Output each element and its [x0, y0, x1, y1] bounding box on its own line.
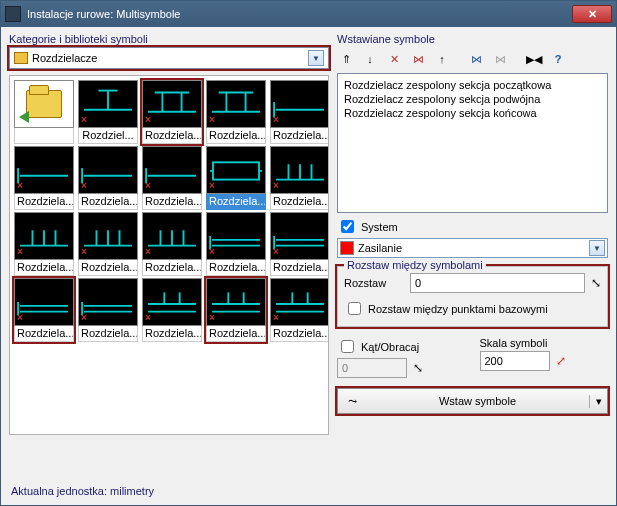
symbol-cell[interactable]: ×Rozdziela... — [206, 80, 266, 144]
symbol-thumb: × — [78, 212, 138, 260]
flip-h-icon[interactable]: ⋈ — [467, 50, 485, 68]
insert-icon: ⤳ — [338, 395, 366, 408]
symbol-caption: Rozdziela... — [14, 194, 74, 210]
category-combo[interactable]: Rozdzielacze ▼ — [9, 47, 329, 69]
symbol-cell[interactable]: ×Rozdziela... — [206, 146, 266, 210]
symbol-cell[interactable]: ×Rozdziela... — [78, 146, 138, 210]
symbol-grid: ×Rozdziel...×Rozdziela...×Rozdziela...×R… — [9, 75, 329, 435]
spacing-input[interactable] — [410, 273, 585, 293]
footer: Aktualna jednostka: milimetry — [1, 481, 616, 505]
pin-icon[interactable]: ▶◀ — [525, 50, 543, 68]
list-item[interactable]: Rozdzielacz zespolony sekcja podwójna — [344, 92, 601, 106]
symbol-cell[interactable] — [14, 80, 74, 144]
symbol-thumb: × — [14, 212, 74, 260]
symbol-cell[interactable]: ×Rozdziela... — [142, 278, 202, 342]
symbol-caption: Rozdziela... — [142, 260, 202, 276]
help-icon[interactable]: ? — [549, 50, 567, 68]
symbol-thumb: × — [270, 212, 329, 260]
symbol-cell[interactable]: ×Rozdziela... — [14, 212, 74, 276]
content: Kategorie i biblioteki symboli Rozdziela… — [1, 27, 616, 481]
right-pane: Wstawiane symbole ⇑ ↓ ✕ ⋈ ↑ ⋈ ⋈ ▶◀ ? Roz… — [337, 33, 608, 477]
symbol-cell[interactable]: ×Rozdziela... — [14, 278, 74, 342]
symbol-cell[interactable]: ×Rozdziel... — [78, 80, 138, 144]
delete-all-icon[interactable]: ⋈ — [409, 50, 427, 68]
angle-col: Kąt/Obracaj ⤡ — [337, 337, 466, 378]
symbol-cell[interactable]: ×Rozdziela... — [142, 146, 202, 210]
pick-point-icon[interactable]: ⤡ — [591, 276, 601, 290]
symbol-cell[interactable]: ×Rozdziela... — [78, 212, 138, 276]
symbol-thumb: × — [78, 278, 138, 326]
symbol-thumb: × — [78, 80, 138, 128]
left-pane: Kategorie i biblioteki symboli Rozdziela… — [9, 33, 329, 477]
symbol-cell[interactable]: ×Rozdziela... — [270, 278, 329, 342]
symbol-caption — [14, 128, 74, 144]
system-checkbox[interactable] — [341, 220, 354, 233]
symbol-cell[interactable]: ×Rozdziela... — [270, 146, 329, 210]
symbol-caption: Rozdziela... — [142, 194, 202, 210]
move-down-icon[interactable]: ↓ — [361, 50, 379, 68]
scale-input[interactable] — [480, 351, 550, 371]
move-up-icon[interactable]: ↑ — [433, 50, 451, 68]
spacing-base-checkbox[interactable] — [348, 302, 361, 315]
chevron-down-icon[interactable]: ▼ — [589, 240, 605, 256]
system-checkbox-row: System — [337, 217, 608, 236]
system-label: System — [361, 221, 398, 233]
symbol-cell[interactable]: ×Rozdziela... — [270, 80, 329, 144]
symbol-thumb: × — [142, 80, 202, 128]
sequence-list[interactable]: Rozdzielacz zespolony sekcja początkowaR… — [337, 73, 608, 213]
symbol-cell[interactable]: ×Rozdziela... — [270, 212, 329, 276]
delete-icon[interactable]: ✕ — [385, 50, 403, 68]
spacing-row: Rozstaw ⤡ — [344, 273, 601, 293]
symbol-cell[interactable]: ×Rozdziela... — [142, 212, 202, 276]
symbol-caption: Rozdziela... — [206, 260, 266, 276]
symbol-caption: Rozdziela... — [142, 128, 202, 144]
symbol-caption: Rozdziela... — [270, 128, 329, 144]
app-icon — [5, 6, 21, 22]
move-top-icon[interactable]: ⇑ — [337, 50, 355, 68]
symbol-caption: Rozdziela... — [78, 326, 138, 342]
symbol-cell[interactable]: ×Rozdziela... — [206, 212, 266, 276]
symbol-caption: Rozdziela... — [270, 194, 329, 210]
symbol-cell[interactable]: ×Rozdziela... — [78, 278, 138, 342]
units-label: Aktualna jednostka: milimetry — [11, 485, 154, 497]
spacing-base-label: Rozstaw między punktami bazowymi — [368, 303, 548, 315]
insert-button[interactable]: ⤳ Wstaw symbole ▾ — [337, 388, 608, 414]
symbol-thumb: × — [14, 146, 74, 194]
angle-scale-row: Kąt/Obracaj ⤡ Skala symboli ⤢ — [337, 337, 608, 378]
symbol-thumb: × — [142, 212, 202, 260]
symbol-thumb: × — [270, 80, 329, 128]
pick-scale-icon[interactable]: ⤢ — [556, 354, 566, 368]
symbol-caption: Rozdziela... — [270, 260, 329, 276]
angle-label: Kąt/Obracaj — [361, 341, 419, 353]
spacing-legend: Rozstaw między symbolami — [344, 259, 486, 271]
symbol-caption: Rozdziela... — [206, 326, 266, 342]
list-item[interactable]: Rozdzielacz zespolony sekcja początkowa — [344, 78, 601, 92]
system-combo[interactable]: Zasilanie ▼ — [337, 238, 608, 258]
symbol-caption: Rozdziela... — [206, 128, 266, 144]
symbol-thumb: × — [270, 146, 329, 194]
window-title: Instalacje rurowe: Multisymbole — [27, 8, 572, 20]
symbol-thumb: × — [142, 278, 202, 326]
spacing-label: Rozstaw — [344, 277, 404, 289]
categories-label: Kategorie i biblioteki symboli — [9, 33, 329, 45]
insert-dropdown-icon[interactable]: ▾ — [589, 395, 607, 408]
flip-v-icon[interactable]: ⋈ — [491, 50, 509, 68]
symbol-thumb: × — [78, 146, 138, 194]
symbol-cell[interactable]: ×Rozdziela... — [206, 278, 266, 342]
chevron-down-icon[interactable]: ▼ — [308, 50, 324, 66]
folder-icon — [14, 52, 28, 64]
symbol-cell[interactable]: ×Rozdziela... — [142, 80, 202, 144]
symbol-thumb: × — [270, 278, 329, 326]
symbol-cell[interactable]: ×Rozdziela... — [14, 146, 74, 210]
close-button[interactable]: ✕ — [572, 5, 612, 23]
symbol-thumb: × — [14, 278, 74, 326]
scale-col: Skala symboli ⤢ — [480, 337, 609, 378]
list-item[interactable]: Rozdzielacz zespolony sekcja końcowa — [344, 106, 601, 120]
inserted-label: Wstawiane symbole — [337, 33, 608, 45]
spacing-group: Rozstaw między symbolami Rozstaw ⤡ Rozst… — [337, 266, 608, 327]
angle-checkbox[interactable] — [341, 340, 354, 353]
insert-label: Wstaw symbole — [366, 395, 589, 407]
symbol-caption: Rozdziela... — [14, 326, 74, 342]
system-value: Zasilanie — [358, 242, 589, 254]
pick-angle-icon[interactable]: ⤡ — [413, 361, 423, 375]
